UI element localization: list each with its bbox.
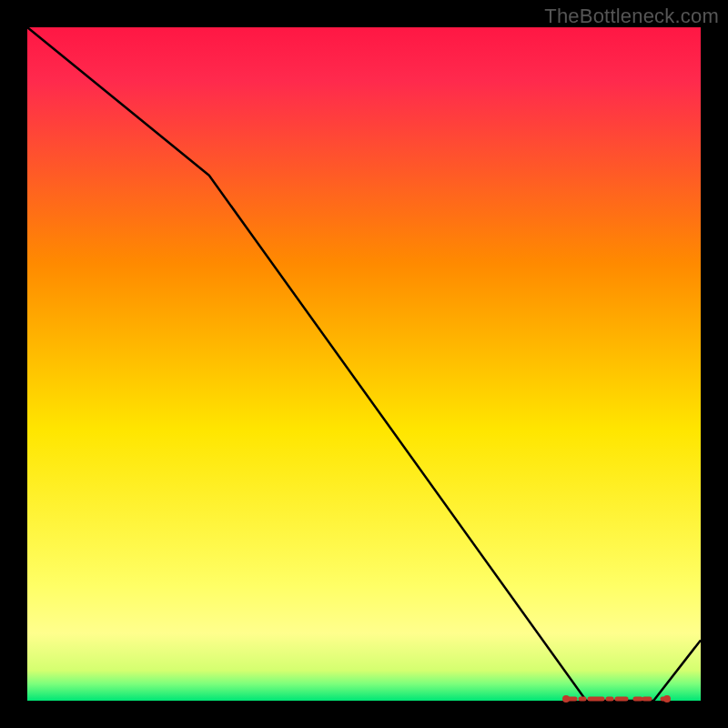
- bottleneck-chart: [0, 0, 728, 728]
- chart-wrap: { "watermark": "TheBottleneck.com", "cha…: [0, 0, 728, 728]
- plot-background: [27, 27, 701, 701]
- optimum-marker-cap: [663, 695, 671, 703]
- optimum-marker-cap: [562, 695, 570, 703]
- watermark-text: TheBottleneck.com: [544, 5, 719, 28]
